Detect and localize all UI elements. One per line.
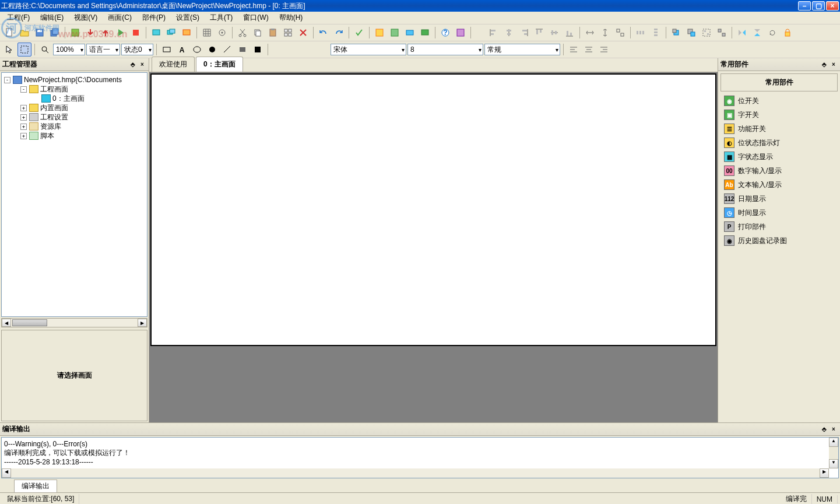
color-icon[interactable] xyxy=(251,43,265,57)
tab-main-screen[interactable]: 0：主画面 xyxy=(196,57,243,72)
tree-label[interactable]: 工程画面 xyxy=(40,84,68,94)
group-icon[interactable] xyxy=(700,26,714,40)
pointer-icon[interactable] xyxy=(2,43,16,57)
part-word-display[interactable]: ▦字状态显示 xyxy=(720,150,838,164)
part-date[interactable]: 112日期显示 xyxy=(720,192,838,206)
tree-label[interactable]: 脚本 xyxy=(40,131,54,141)
bring-front-icon[interactable] xyxy=(669,26,683,40)
tab-welcome[interactable]: 欢迎使用 xyxy=(152,57,195,72)
tree-label[interactable]: 工程设置 xyxy=(40,112,68,122)
tree-label[interactable]: 内置画面 xyxy=(40,103,68,113)
text-icon[interactable]: A xyxy=(175,43,189,57)
undo-icon[interactable] xyxy=(317,26,331,40)
pin-icon[interactable]: ⬘ xyxy=(129,61,137,69)
part-word-switch[interactable]: ▣字开关 xyxy=(720,108,838,122)
ellipse-icon[interactable] xyxy=(190,43,204,57)
menu-project[interactable]: 工程(F) xyxy=(2,12,34,24)
text-align-r-icon[interactable] xyxy=(597,43,611,57)
screen1-icon[interactable] xyxy=(149,26,163,40)
output-tab[interactable]: 编译输出 xyxy=(14,480,57,493)
scroll-left-icon[interactable]: ◀ xyxy=(2,468,11,478)
redo-icon[interactable] xyxy=(332,26,346,40)
output-text[interactable]: 0---Warning(s), 0---Error(s) 编译顺利完成，可以下载… xyxy=(1,437,839,478)
scroll-up-icon[interactable]: ▲ xyxy=(829,438,838,447)
about-icon[interactable] xyxy=(454,26,468,40)
output-vscroll[interactable]: ▲ ▼ xyxy=(829,438,838,468)
delete-icon[interactable] xyxy=(296,26,310,40)
fontweight-combo[interactable]: 常规 xyxy=(484,44,560,55)
tree-toggle[interactable]: + xyxy=(20,133,27,139)
run-icon[interactable] xyxy=(114,26,128,40)
scroll-thumb[interactable] xyxy=(12,319,47,326)
save-icon[interactable] xyxy=(33,26,47,40)
lock-icon[interactable] xyxy=(781,26,795,40)
new-icon[interactable] xyxy=(2,26,16,40)
download-icon[interactable] xyxy=(83,26,97,40)
align-center-h-icon[interactable] xyxy=(502,26,516,40)
snap-icon[interactable] xyxy=(215,26,229,40)
menu-view[interactable]: 视图(V) xyxy=(69,12,102,24)
tool-a-icon[interactable] xyxy=(372,26,386,40)
align-left-icon[interactable] xyxy=(487,26,501,40)
scroll-right-icon[interactable]: ▶ xyxy=(820,468,829,478)
same-height-icon[interactable] xyxy=(598,26,612,40)
tree-label[interactable]: 资源库 xyxy=(40,122,61,132)
multicopy-icon[interactable] xyxy=(281,26,295,40)
cut-icon[interactable] xyxy=(236,26,249,40)
select-icon[interactable] xyxy=(17,43,31,57)
menu-tools[interactable]: 工具(T) xyxy=(205,12,237,24)
stop-icon[interactable] xyxy=(129,26,143,40)
part-bit-switch[interactable]: ◉位开关 xyxy=(720,94,838,108)
minimize-button[interactable]: – xyxy=(798,1,811,10)
upload-icon[interactable] xyxy=(99,26,113,40)
align-bottom-icon[interactable] xyxy=(563,26,577,40)
menu-screen[interactable]: 画面(C) xyxy=(103,12,136,24)
align-right-icon[interactable] xyxy=(517,26,531,40)
menu-parts[interactable]: 部件(P) xyxy=(138,12,170,24)
state-combo[interactable]: 状态0 xyxy=(121,44,153,55)
help-icon[interactable]: ? xyxy=(438,26,452,40)
tree-label[interactable]: 0：主画面 xyxy=(52,94,85,104)
font-combo[interactable]: 宋体 xyxy=(331,44,406,55)
screen2-icon[interactable] xyxy=(164,26,178,40)
maximize-button[interactable]: ▢ xyxy=(812,1,825,10)
fontsize-combo[interactable]: 8 xyxy=(407,44,483,55)
tree-toggle[interactable]: + xyxy=(20,124,27,130)
circle-fill-icon[interactable] xyxy=(205,43,219,57)
part-bit-lamp[interactable]: ◐位状态指示灯 xyxy=(720,136,838,150)
flip-v-icon[interactable] xyxy=(750,26,764,40)
send-back-icon[interactable] xyxy=(684,26,698,40)
rect-fill-icon[interactable] xyxy=(236,43,249,57)
ungroup-icon[interactable] xyxy=(715,26,729,40)
copy-icon[interactable] xyxy=(251,26,265,40)
tool-c-icon[interactable] xyxy=(403,26,417,40)
menu-edit[interactable]: 编辑(E) xyxy=(36,12,68,24)
part-num-input[interactable]: 00数字输入/显示 xyxy=(720,164,838,178)
text-align-l-icon[interactable] xyxy=(567,43,581,57)
check-icon[interactable] xyxy=(352,26,366,40)
open-icon[interactable] xyxy=(17,26,31,40)
menu-help[interactable]: 帮助(H) xyxy=(275,12,308,24)
tree-toggle[interactable]: - xyxy=(20,86,27,93)
part-history-disc[interactable]: ◉历史圆盘记录图 xyxy=(720,234,838,248)
part-print[interactable]: P打印部件 xyxy=(720,220,838,234)
tree-toggle[interactable]: - xyxy=(4,77,10,83)
tree-root[interactable]: NewProject.hmp{C:\Documents xyxy=(24,76,122,84)
line-icon[interactable] xyxy=(220,43,234,57)
same-size-icon[interactable] xyxy=(613,26,627,40)
tree-toggle[interactable]: + xyxy=(20,105,27,111)
rotate-icon[interactable] xyxy=(765,26,779,40)
align-middle-icon[interactable] xyxy=(547,26,561,40)
rect-icon[interactable] xyxy=(160,43,174,57)
close-button[interactable]: × xyxy=(826,1,839,10)
part-func-switch[interactable]: ☰功能开关 xyxy=(720,122,838,136)
saveall-icon[interactable] xyxy=(48,26,62,40)
same-width-icon[interactable] xyxy=(583,26,597,40)
scroll-right-icon[interactable]: ▶ xyxy=(138,319,147,327)
tool-b-icon[interactable] xyxy=(388,26,402,40)
compile-icon[interactable] xyxy=(68,26,82,40)
screen-canvas[interactable] xyxy=(150,73,716,346)
zoom-combo[interactable]: 100% xyxy=(53,44,85,55)
tree-toggle[interactable]: + xyxy=(20,114,27,121)
tree-hscroll[interactable]: ◀ ▶ xyxy=(1,318,147,327)
